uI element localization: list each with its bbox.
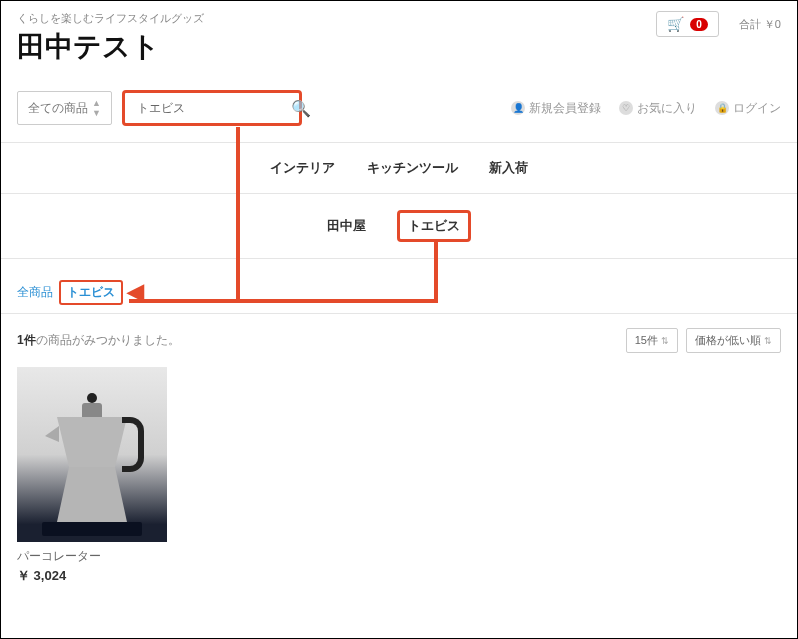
heart-icon: ♡ [619,101,633,115]
breadcrumb-all[interactable]: 全商品 [17,284,53,301]
favorites-link[interactable]: ♡ お気に入り [619,100,697,117]
per-page-select[interactable]: 15件⇅ [626,328,678,353]
register-label: 新規会員登録 [529,100,601,117]
nav-new[interactable]: 新入荷 [489,159,528,177]
cart-count-badge: 0 [690,18,708,31]
tagline: くらしを楽しむライフスタイルグッズ [17,11,204,26]
category-select-label: 全ての商品 [28,100,88,117]
lock-icon: 🔒 [715,101,729,115]
login-label: ログイン [733,100,781,117]
select-arrows-icon: ⇅ [764,336,772,346]
select-arrows-icon: ▲▼ [92,98,101,118]
annotation-line [236,127,240,303]
brand-toebisu[interactable]: トエビス [397,210,471,242]
nav-kitchen[interactable]: キッチンツール [367,159,458,177]
user-icon: 👤 [511,101,525,115]
search-box: 🔍 [122,90,302,126]
annotation-line [434,241,438,303]
product-image [17,367,167,542]
site-title[interactable]: 田中テスト [17,28,204,66]
login-link[interactable]: 🔒 ログイン [715,100,781,117]
product-name: パーコレーター [17,548,781,565]
result-count: 1件の商品がみつかりました。 [17,332,180,349]
favorites-label: お気に入り [637,100,697,117]
breadcrumb-current: トエビス [59,280,123,305]
cart-icon: 🛒 [667,16,684,32]
register-link[interactable]: 👤 新規会員登録 [511,100,601,117]
product-price: ￥ 3,024 [17,567,781,585]
select-arrows-icon: ⇅ [661,336,669,346]
search-icon[interactable]: 🔍 [291,99,311,118]
search-input[interactable] [133,97,291,119]
category-select[interactable]: 全ての商品 ▲▼ [17,91,112,125]
nav-interior[interactable]: インテリア [270,159,335,177]
sort-select[interactable]: 価格が低い順⇅ [686,328,781,353]
cart-button[interactable]: 🛒 0 [656,11,719,37]
cart-total: 合計 ￥0 [739,17,781,32]
brand-tanaka[interactable]: 田中屋 [327,217,366,235]
product-card[interactable]: パーコレーター ￥ 3,024 [1,367,797,585]
annotation-line [129,299,437,303]
